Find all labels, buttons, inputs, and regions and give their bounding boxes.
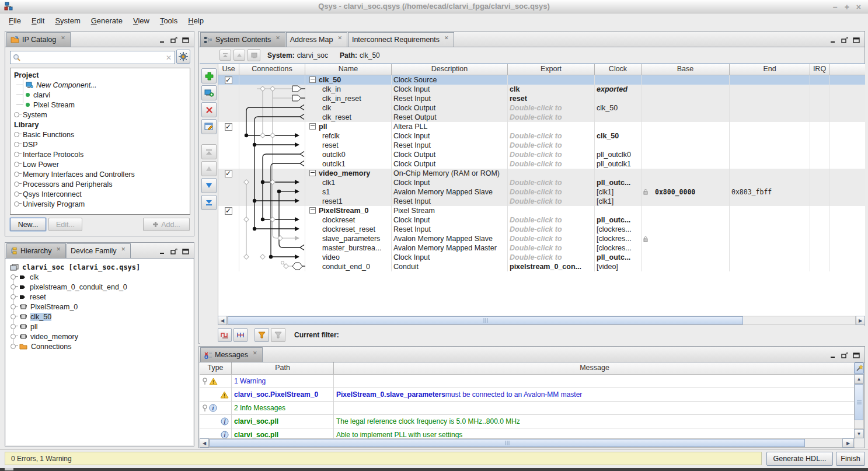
expander-icon[interactable] [14, 191, 19, 197]
edit-button[interactable]: Edit... [48, 218, 82, 231]
message-row[interactable]: i clarvi_soc.pll The legal reference clo… [200, 415, 855, 428]
add-component-button[interactable] [201, 68, 217, 83]
table-row[interactable]: outclk1 Clock Output Double-click to pll… [218, 159, 865, 169]
message-row[interactable]: 1 Warning [200, 375, 855, 388]
col-irq[interactable]: IRQ [810, 64, 829, 75]
lock-icon[interactable] [643, 189, 648, 195]
menu-edit[interactable]: Edit [27, 15, 48, 26]
ip-search-field[interactable]: ✕ [10, 51, 175, 64]
search-settings-button[interactable] [176, 50, 190, 64]
scroll-right-button[interactable]: ▶ [856, 316, 865, 325]
menu-help[interactable]: Help [184, 15, 208, 26]
table-row[interactable]: video_memory On-Chip Memory (RAM or ROM) [218, 169, 865, 178]
tree-item-memory-interfaces[interactable]: Memory Interfaces and Controllers [13, 169, 190, 179]
expander-icon[interactable] [11, 304, 16, 309]
tree-item-low-power[interactable]: Low Power [13, 159, 190, 169]
message-row[interactable]: clarvi_soc.PixelStream_0 PixelStream_0.s… [200, 388, 855, 402]
expander-icon[interactable] [11, 324, 16, 329]
use-checkbox[interactable] [225, 76, 232, 84]
hierarchy-item-pll[interactable]: pll [9, 322, 193, 332]
col-clock[interactable]: Clock [595, 64, 642, 75]
tab-interconnect-requirements[interactable]: Interconnect Requirements ✕ [348, 32, 454, 47]
messages-hscrollbar[interactable]: ◀ [200, 438, 855, 448]
table-row[interactable]: PixelStream_0 Pixel Stream [218, 206, 865, 215]
col-description[interactable]: Description [392, 64, 508, 75]
message-wizard-button[interactable] [854, 362, 864, 374]
menu-file[interactable]: File [5, 15, 25, 26]
expander-icon[interactable] [14, 172, 19, 177]
go-to-parent-button[interactable] [247, 49, 260, 61]
tree-item-university-program[interactable]: University Program [13, 199, 190, 209]
table-row[interactable]: refclk Clock Input Double-click to clk_5… [218, 131, 865, 141]
use-checkbox[interactable] [225, 170, 232, 177]
expander-icon[interactable] [14, 142, 19, 147]
expander-icon[interactable] [11, 344, 16, 349]
vscroll-thumb[interactable] [855, 384, 863, 420]
tree-item-basic-functions[interactable]: Basic Functions [13, 130, 190, 139]
hierarchy-root[interactable]: clarvi_soc [clarvi_soc.qsys] [9, 262, 193, 272]
table-row[interactable]: pll Altera PLL [218, 122, 865, 131]
scroll-left-button[interactable]: ◀ [200, 438, 209, 448]
table-hscrollbar[interactable]: ◀ ▶ [218, 316, 865, 325]
menu-system[interactable]: System [51, 15, 84, 26]
table-row[interactable]: video Clock Input Double-click to pll_ou… [218, 253, 865, 262]
maximize-button[interactable]: + [845, 2, 849, 12]
table-row[interactable]: clk_reset Reset Output Double-click to [218, 113, 865, 122]
menu-tools[interactable]: Tools [156, 15, 182, 26]
panel-minimize-icon[interactable] [831, 353, 836, 358]
show-reset-signals-button[interactable] [233, 328, 247, 342]
close-tab-icon[interactable]: ✕ [444, 31, 449, 45]
menu-view[interactable]: View [129, 15, 154, 26]
tree-item-system[interactable]: System [13, 110, 190, 120]
expander-icon[interactable] [11, 294, 16, 299]
tree-item-processors[interactable]: Processors and Peripherals [13, 179, 190, 189]
tab-system-contents[interactable]: System Contents ✕ [200, 32, 285, 47]
table-row[interactable]: reset Reset Input Double-click to [218, 141, 865, 150]
scroll-down-button[interactable]: ▼ [854, 429, 864, 438]
clear-filter-button[interactable] [271, 328, 285, 342]
close-tab-icon[interactable]: ✕ [121, 242, 126, 256]
table-row[interactable]: clk Clock Output Double-click to clk_50 [218, 103, 865, 113]
table-row[interactable]: clk_50 Clock Source [218, 75, 865, 85]
tree-item-dsp[interactable]: DSP [13, 139, 190, 149]
table-row[interactable]: clockreset_reset Reset Input Double-clic… [218, 225, 865, 234]
panel-maximize-icon[interactable] [853, 353, 860, 358]
tree-item-pixel-stream[interactable]: Pixel Stream [13, 100, 190, 110]
col-use[interactable]: Use [218, 64, 239, 75]
edit-parameters-button[interactable] [201, 119, 217, 134]
expander-icon[interactable] [14, 182, 19, 187]
close-tab-icon[interactable]: ✕ [276, 31, 280, 45]
hierarchy-item-pixelstream-conduit[interactable]: pixelstream_0_conduit_end_0 [9, 282, 193, 292]
remove-button[interactable] [201, 102, 217, 117]
table-row[interactable]: clk_in_reset Reset Input reset [218, 94, 865, 103]
close-tab-icon[interactable]: ✕ [61, 31, 65, 45]
col-path[interactable]: Path [232, 362, 334, 374]
hierarchy-item-clk-50[interactable]: clk_50 [9, 312, 193, 322]
expand-button[interactable]: ▶ [842, 438, 854, 448]
table-row[interactable]: master_burstrea... Avalon Memory Mapped … [218, 243, 865, 253]
panel-minimize-icon[interactable] [160, 249, 166, 254]
hierarchy-item-connections[interactable]: Connections [9, 341, 193, 351]
add-button[interactable]: Add... [143, 218, 190, 231]
new-button[interactable]: New... [10, 218, 46, 231]
filter-button[interactable] [255, 328, 269, 342]
col-base[interactable]: Base [642, 64, 730, 75]
menu-generate[interactable]: Generate [87, 15, 127, 26]
close-tab-icon[interactable]: ✕ [57, 242, 61, 256]
table-row[interactable]: s1 Avalon Memory Mapped Slave Double-cli… [218, 187, 865, 197]
collapse-icon[interactable] [309, 76, 316, 83]
expander-icon[interactable] [202, 404, 208, 412]
messages-vscrollbar[interactable]: ▲ ▼ [854, 374, 864, 438]
table-row[interactable]: clk_in Clock Input clk exported [218, 85, 865, 94]
hscroll-thumb[interactable] [210, 439, 805, 447]
clear-search-icon[interactable]: ✕ [166, 54, 172, 62]
table-row[interactable]: clockreset Clock Input Double-click to p… [218, 215, 865, 225]
finish-button[interactable]: Finish [836, 452, 865, 466]
expander-icon[interactable] [14, 132, 19, 137]
table-row[interactable]: conduit_end_0 Conduit pixelstream_0_con.… [218, 262, 865, 271]
table-row[interactable]: outclk0 Clock Output Double-click to pll… [218, 150, 865, 159]
expander-icon[interactable] [14, 152, 19, 157]
move-up-row-button[interactable] [201, 161, 217, 176]
tab-hierarchy[interactable]: Hierarchy ✕ [6, 243, 66, 258]
table-row[interactable]: reset1 Reset Input Double-click to [clk1… [218, 197, 865, 206]
